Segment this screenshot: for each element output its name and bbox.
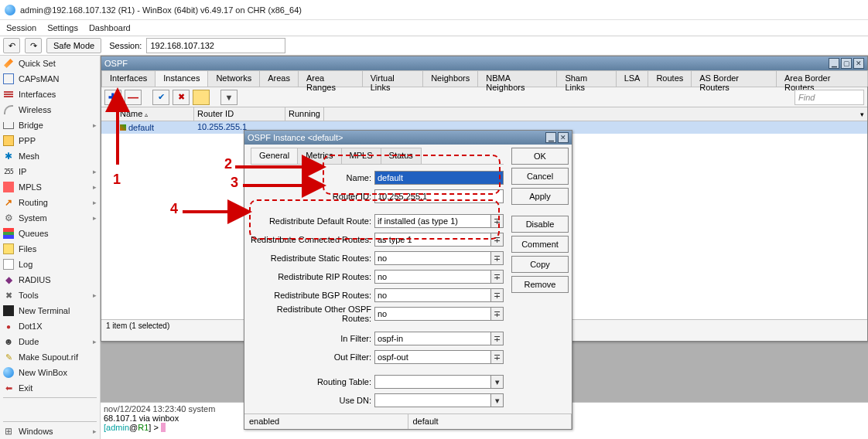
- redist-other-label: Redistribute Other OSPF Routes:: [251, 305, 374, 323]
- tab-lsa[interactable]: LSA: [616, 70, 649, 87]
- sidebar-item-bridge[interactable]: Bridge▸: [0, 117, 100, 133]
- chevron-icon: ▸: [93, 338, 97, 345]
- enable-button[interactable]: ✔: [152, 90, 169, 105]
- close-button[interactable]: ✕: [853, 58, 864, 69]
- redist-rip-label: Redistribute RIP Routes:: [251, 272, 374, 281]
- mdi-area: OSPF ▁ ▢ ✕ InterfacesInstancesNetworksAr…: [101, 56, 868, 439]
- comment-button[interactable]: Comment: [511, 236, 569, 253]
- sidebar-item-new-winbox[interactable]: New WinBox: [0, 365, 100, 380]
- outfilter-select[interactable]: ospf-out∓: [374, 350, 504, 364]
- sidebar-item-mesh[interactable]: Mesh: [0, 148, 100, 164]
- minimize-button[interactable]: ▁: [829, 58, 839, 69]
- sidebar-item-system[interactable]: System▸: [0, 210, 100, 226]
- dialog-tab-mpls[interactable]: MPLS: [341, 148, 381, 164]
- sidebar-item-dot1x[interactable]: Dot1X: [0, 318, 100, 334]
- redo-button[interactable]: ↷: [25, 38, 42, 53]
- menu-dashboard[interactable]: Dashboard: [89, 23, 131, 32]
- sidebar-item-label: Quick Set: [19, 59, 56, 68]
- col-name[interactable]: Name: [120, 109, 142, 118]
- dropdown-icon: ∓: [490, 215, 503, 227]
- sidebar-item-mpls[interactable]: MPLS▸: [0, 179, 100, 195]
- menu-settings[interactable]: Settings: [47, 23, 78, 32]
- dialog-tab-general[interactable]: General: [251, 148, 298, 164]
- ospf-instance-dialog: OSPF Instance <default> ▁ ✕ GeneralMetri…: [244, 130, 572, 430]
- col-menu-button[interactable]: ▾: [860, 111, 864, 118]
- maximize-button[interactable]: ▢: [841, 58, 852, 69]
- redist-static-label: Redistribute Static Routes:: [251, 254, 374, 263]
- sidebar-item-files[interactable]: Files: [0, 241, 100, 257]
- tab-virtual-links[interactable]: Virtual Links: [362, 70, 423, 87]
- log-icon: [3, 259, 14, 270]
- filter-button[interactable]: ▼: [220, 90, 238, 105]
- redist-default-label: Redistribute Default Route:: [251, 216, 374, 226]
- ppp-icon: [3, 135, 14, 146]
- name-input[interactable]: default: [374, 171, 504, 185]
- redist-conn-select[interactable]: as type 1∓: [374, 233, 504, 247]
- sidebar-item-wireless[interactable]: Wireless: [0, 102, 100, 117]
- infilter-select[interactable]: ospf-in∓: [374, 332, 504, 345]
- rtable-select[interactable]: ▾: [374, 375, 504, 389]
- sidebar-item-new-terminal[interactable]: New Terminal: [0, 303, 100, 318]
- dialog-titlebar[interactable]: OSPF Instance <default> ▁ ✕: [244, 131, 572, 145]
- find-input[interactable]: Find: [795, 90, 864, 105]
- tab-sham-links[interactable]: Sham Links: [556, 70, 616, 87]
- routerid-input[interactable]: 10.255.255.1: [374, 189, 504, 203]
- sidebar-item-ppp[interactable]: PPP: [0, 133, 100, 148]
- sidebar-item-interfaces[interactable]: Interfaces: [0, 87, 100, 102]
- tab-networks[interactable]: Networks: [207, 70, 260, 87]
- add-button[interactable]: ✚: [104, 90, 121, 105]
- session-input[interactable]: [146, 38, 285, 53]
- ospf-toolbar: ✚ — ✔ ✖ ▼ Find: [101, 87, 867, 107]
- comment-button[interactable]: [193, 90, 210, 105]
- tab-routes[interactable]: Routes: [648, 70, 692, 87]
- cancel-button[interactable]: Cancel: [511, 168, 569, 185]
- separator: [3, 397, 97, 398]
- sidebar-item-capsman[interactable]: CAPsMAN: [0, 71, 100, 87]
- copy-button[interactable]: Copy: [511, 256, 569, 273]
- sidebar-item-dude[interactable]: Dude▸: [0, 334, 100, 349]
- undo-button[interactable]: ↶: [3, 38, 20, 53]
- tab-areas[interactable]: Areas: [259, 70, 299, 87]
- dialog-tab-metrics[interactable]: Metrics: [297, 148, 341, 164]
- tab-area-border-routers[interactable]: Area Border Routers: [776, 70, 868, 87]
- col-running[interactable]: Running: [285, 107, 324, 121]
- redist-static-select[interactable]: no∓: [374, 251, 504, 265]
- sidebar-item-label: Exit: [19, 383, 32, 393]
- redist-rip-select[interactable]: no∓: [374, 270, 504, 284]
- sidebar-item-log[interactable]: Log: [0, 257, 100, 272]
- tab-instances[interactable]: Instances: [155, 70, 208, 87]
- menu-session[interactable]: Session: [6, 23, 36, 32]
- redist-bgp-select[interactable]: no∓: [374, 288, 504, 302]
- dialog-close-button[interactable]: ✕: [558, 132, 569, 143]
- apply-button[interactable]: Apply: [511, 188, 569, 205]
- ok-button[interactable]: OK: [511, 148, 569, 165]
- tab-neighbors[interactable]: Neighbors: [422, 70, 478, 87]
- redist-other-select[interactable]: no∓: [374, 307, 504, 321]
- remove-button[interactable]: Remove: [511, 276, 569, 293]
- remove-button[interactable]: —: [125, 90, 142, 105]
- sidebar-item-make-supout-rif[interactable]: Make Supout.rif: [0, 349, 100, 365]
- row-redist-connected: Redistribute Connected Routes: as type 1…: [251, 231, 504, 248]
- tab-area-ranges[interactable]: Area Ranges: [298, 70, 363, 87]
- disable-button[interactable]: Disable: [511, 216, 569, 233]
- disable-button[interactable]: ✖: [173, 90, 190, 105]
- sidebar-item-radius[interactable]: RADIUS: [0, 272, 100, 288]
- wifi-icon: [3, 104, 14, 115]
- usedn-input[interactable]: ▾: [374, 393, 504, 407]
- sidebar-item-routing[interactable]: Routing▸: [0, 195, 100, 210]
- sidebar-item-windows[interactable]: Windows ▸: [0, 424, 100, 439]
- sidebar-item-ip[interactable]: 255IP▸: [0, 164, 100, 179]
- sidebar-item-queues[interactable]: Queues: [0, 226, 100, 241]
- redist-default-select[interactable]: if installed (as type 1)∓: [374, 214, 504, 228]
- sidebar-item-tools[interactable]: Tools▸: [0, 288, 100, 303]
- col-routerid[interactable]: Router ID: [194, 107, 285, 121]
- safe-mode-button[interactable]: Safe Mode: [46, 38, 101, 53]
- tab-interfaces[interactable]: Interfaces: [101, 70, 155, 87]
- tab-as-border-routers[interactable]: AS Border Routers: [691, 70, 777, 87]
- sidebar-item-exit[interactable]: Exit: [0, 380, 100, 396]
- ospf-window-title[interactable]: OSPF ▁ ▢ ✕: [101, 56, 867, 70]
- dialog-tab-status[interactable]: Status: [381, 148, 422, 164]
- dialog-minimize-button[interactable]: ▁: [545, 132, 556, 143]
- tab-nbma-neighbors[interactable]: NBMA Neighbors: [477, 70, 557, 87]
- sidebar-item-quick-set[interactable]: Quick Set: [0, 56, 100, 71]
